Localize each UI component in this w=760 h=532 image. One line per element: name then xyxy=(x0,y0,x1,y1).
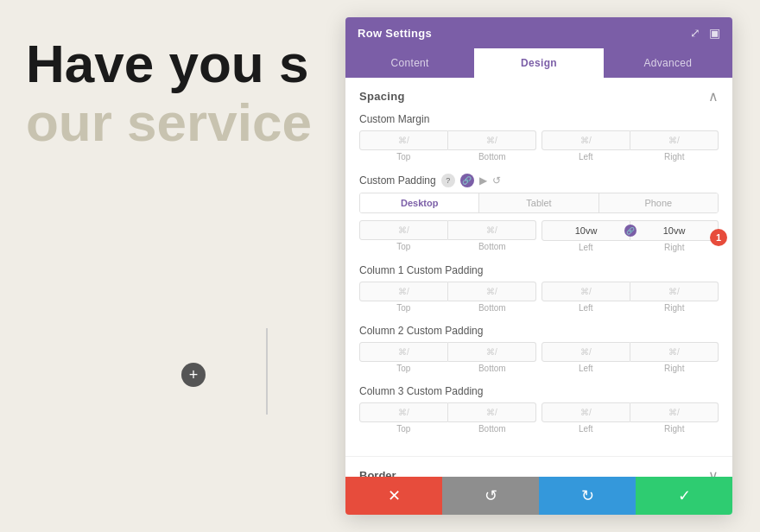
col3-lr-group: ⌘/ ⌘/ Left Right xyxy=(542,402,719,435)
custom-padding-label: Custom Padding xyxy=(359,174,436,187)
panel-header: Row Settings ⤢ ▣ xyxy=(345,17,732,48)
device-tabs: Desktop Tablet Phone xyxy=(359,193,719,213)
device-tab-phone[interactable]: Phone xyxy=(599,193,718,212)
redo-button[interactable]: ↻ xyxy=(539,477,636,515)
col1-right-input[interactable]: ⌘/ xyxy=(630,282,719,301)
col3-right-input[interactable]: ⌘/ xyxy=(630,402,719,422)
tab-advanced[interactable]: Advanced xyxy=(604,48,732,78)
margin-tb-group: ⌘/ ⌘/ Top Bottom xyxy=(359,130,536,163)
col3-padding-label: Column 3 Custom Padding xyxy=(359,385,719,397)
spacing-collapse-icon[interactable]: ∧ xyxy=(708,88,719,104)
undo-icon: ↺ xyxy=(484,486,497,505)
spacing-title: Spacing xyxy=(359,90,405,103)
padding-lr-group: 10vw 🔗 10vw Left Right 1 xyxy=(542,220,719,254)
undo-button[interactable]: ↺ xyxy=(442,477,539,515)
background-content: Have you s our service xyxy=(0,0,345,532)
margin-bottom-label: Bottom xyxy=(448,150,537,163)
col3-fields-row: ⌘/ ⌘/ Top Bottom ⌘/ ⌘/ xyxy=(359,402,719,435)
padding-top-label: Top xyxy=(359,240,448,253)
padding-right-label: Right xyxy=(630,241,719,254)
padding-left-input[interactable]: 10vw xyxy=(542,220,630,241)
tab-design[interactable]: Design xyxy=(474,48,603,78)
margin-bottom-input[interactable]: ⌘/ xyxy=(448,130,536,150)
custom-padding-label-row: Custom Padding ? 🔗 ▶ ↺ xyxy=(359,174,719,187)
col3-right-label: Right xyxy=(630,422,719,435)
custom-margin-group: Custom Margin ⌘/ ⌘/ Top Bottom xyxy=(359,113,719,163)
col1-top-input[interactable]: ⌘/ xyxy=(359,282,448,301)
save-icon: ✓ xyxy=(678,486,691,505)
cancel-icon: ✕ xyxy=(388,486,401,505)
link-toggle-icon[interactable]: 🔗 xyxy=(460,174,474,187)
help-icon[interactable]: ? xyxy=(441,174,455,187)
margin-tb-pair: ⌘/ ⌘/ xyxy=(359,130,536,150)
col2-padding-group: Column 2 Custom Padding ⌘/ ⌘/ Top Bottom xyxy=(359,325,719,375)
device-tab-desktop[interactable]: Desktop xyxy=(360,193,479,212)
col3-left-label: Left xyxy=(542,422,630,435)
arrow-icon[interactable]: ▶ xyxy=(479,174,487,187)
headline: Have you s our service xyxy=(26,35,328,152)
col3-tb-group: ⌘/ ⌘/ Top Bottom xyxy=(359,402,536,435)
col3-bottom-label: Bottom xyxy=(448,422,537,435)
margin-top-input[interactable]: ⌘/ xyxy=(359,130,448,150)
col1-bottom-label: Bottom xyxy=(448,301,537,314)
resize-icon[interactable]: ⤢ xyxy=(690,26,700,40)
bg-divider xyxy=(266,328,268,415)
col1-left-label: Left xyxy=(542,301,630,314)
col1-left-input[interactable]: ⌘/ xyxy=(542,282,630,301)
tab-content[interactable]: Content xyxy=(345,48,474,78)
col2-left-input[interactable]: ⌘/ xyxy=(542,342,630,362)
col2-tb-group: ⌘/ ⌘/ Top Bottom xyxy=(359,342,536,375)
col2-left-label: Left xyxy=(542,362,630,375)
margin-left-input[interactable]: ⌘/ xyxy=(542,130,630,150)
device-tab-tablet[interactable]: Tablet xyxy=(479,193,598,212)
col2-fields-row: ⌘/ ⌘/ Top Bottom ⌘/ ⌘/ xyxy=(359,342,719,375)
padding-bottom-label: Bottom xyxy=(448,240,537,253)
columns-icon[interactable]: ▣ xyxy=(709,26,720,40)
col3-padding-group: Column 3 Custom Padding ⌘/ ⌘/ Top Bottom xyxy=(359,385,719,435)
col3-left-input[interactable]: ⌘/ xyxy=(542,402,630,422)
col2-bottom-label: Bottom xyxy=(448,362,537,375)
col1-fields-row: ⌘/ ⌘/ Top Bottom ⌘/ ⌘/ xyxy=(359,282,719,314)
panel-header-icons: ⤢ ▣ xyxy=(690,26,720,40)
spacing-section: Spacing ∧ Custom Margin ⌘/ ⌘/ Top Bottom xyxy=(345,78,732,457)
padding-right-input[interactable]: 10vw xyxy=(630,220,719,241)
padding-left-label: Left xyxy=(542,241,630,254)
col2-top-label: Top xyxy=(359,362,448,375)
panel-body: Spacing ∧ Custom Margin ⌘/ ⌘/ Top Bottom xyxy=(345,78,732,477)
border-section[interactable]: Border ∨ xyxy=(345,457,732,477)
col2-padding-label: Column 2 Custom Padding xyxy=(359,325,719,337)
cancel-button[interactable]: ✕ xyxy=(345,477,442,515)
col2-right-input[interactable]: ⌘/ xyxy=(630,342,719,362)
col1-top-label: Top xyxy=(359,301,448,314)
padding-tb-group: ⌘/ ⌘/ Top Bottom xyxy=(359,220,536,254)
add-button[interactable]: + xyxy=(181,363,206,387)
linked-icon: 🔗 xyxy=(624,225,636,237)
border-expand-icon[interactable]: ∨ xyxy=(708,467,719,477)
col2-top-input[interactable]: ⌘/ xyxy=(359,342,448,362)
padding-fields-container: ⌘/ ⌘/ Top Bottom 10vw 🔗 10vw xyxy=(359,220,719,254)
reset-icon[interactable]: ↺ xyxy=(492,174,501,187)
col3-bottom-input[interactable]: ⌘/ xyxy=(448,402,536,422)
tab-bar: Content Design Advanced xyxy=(345,48,732,78)
margin-lr-group: ⌘/ ⌘/ Left Right xyxy=(542,130,719,163)
col1-bottom-input[interactable]: ⌘/ xyxy=(448,282,536,301)
margin-fields-row: ⌘/ ⌘/ Top Bottom ⌘/ ⌘/ xyxy=(359,130,719,163)
margin-right-input[interactable]: ⌘/ xyxy=(630,130,719,150)
padding-top-input[interactable]: ⌘/ xyxy=(359,220,448,240)
col1-lr-group: ⌘/ ⌘/ Left Right xyxy=(542,282,719,314)
col2-lr-group: ⌘/ ⌘/ Left Right xyxy=(542,342,719,375)
col3-top-input[interactable]: ⌘/ xyxy=(359,402,448,422)
custom-margin-label: Custom Margin xyxy=(359,113,719,125)
padding-tb-pair: ⌘/ ⌘/ xyxy=(359,220,536,240)
col1-padding-group: Column 1 Custom Padding ⌘/ ⌘/ Top Bottom xyxy=(359,264,719,314)
col2-bottom-input[interactable]: ⌘/ xyxy=(448,342,536,362)
notification-badge: 1 xyxy=(710,229,727,246)
redo-icon: ↻ xyxy=(581,486,594,505)
padding-bottom-input[interactable]: ⌘/ xyxy=(448,220,536,240)
col1-tb-group: ⌘/ ⌘/ Top Bottom xyxy=(359,282,536,314)
custom-padding-group: Custom Padding ? 🔗 ▶ ↺ Desktop Tablet Ph… xyxy=(359,174,719,254)
save-button[interactable]: ✓ xyxy=(636,477,732,515)
border-title: Border xyxy=(359,469,396,477)
panel-title: Row Settings xyxy=(358,27,432,40)
panel-footer: ✕ ↺ ↻ ✓ xyxy=(345,477,732,515)
